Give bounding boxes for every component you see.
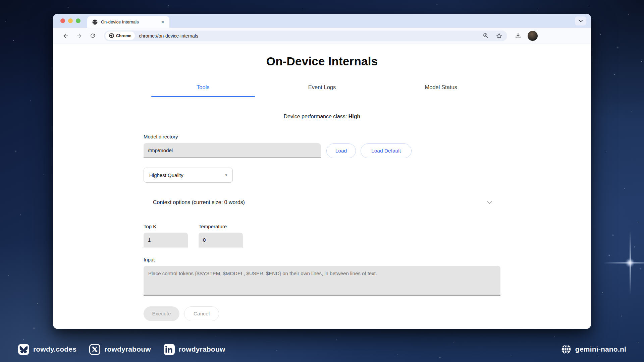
- tab-event-logs[interactable]: Event Logs: [263, 81, 382, 97]
- linkedin-label: rowdyrabouw: [179, 345, 225, 353]
- address-bar[interactable]: Chrome chrome://on-device-internals: [104, 31, 507, 41]
- page-title: On-Device Internals: [144, 55, 500, 68]
- browser-window: On-device Internals ✕: [53, 14, 591, 329]
- quality-select[interactable]: Highest Quality ▾: [144, 168, 233, 183]
- context-options-label: Context options (current size: 0 words): [153, 199, 245, 205]
- zoom-in-icon[interactable]: [483, 33, 489, 39]
- input-textarea[interactable]: [144, 266, 500, 296]
- top-k-input[interactable]: [144, 233, 188, 247]
- performance-class-value: High: [348, 114, 361, 119]
- site-link[interactable]: gemini-nano.nl: [561, 343, 626, 356]
- linkedin-icon: [164, 344, 175, 355]
- x-link[interactable]: rowdyrabouw: [89, 344, 151, 355]
- model-directory-input[interactable]: [144, 143, 321, 158]
- temperature-input[interactable]: [199, 233, 243, 247]
- site-label: gemini-nano.nl: [575, 345, 626, 353]
- execute-button[interactable]: Execute: [144, 306, 179, 321]
- bluesky-icon: [18, 344, 29, 355]
- page-tab-bar: Tools Event Logs Model Status: [144, 81, 500, 97]
- page-content: On-Device Internals Tools Event Logs Mod…: [53, 44, 591, 329]
- chrome-logo-icon: [109, 33, 114, 38]
- input-label: Input: [144, 257, 500, 262]
- profile-avatar[interactable]: [528, 31, 538, 41]
- minimize-window-button[interactable]: [68, 18, 73, 23]
- quality-select-value: Highest Quality: [149, 172, 183, 178]
- model-directory-label: Model directory: [144, 134, 500, 139]
- bluesky-link[interactable]: rowdy.codes: [18, 344, 76, 355]
- bookmark-star-icon[interactable]: [496, 33, 502, 39]
- context-options-expander[interactable]: Context options (current size: 0 words): [144, 197, 500, 208]
- linkedin-link[interactable]: rowdyrabouw: [164, 344, 225, 355]
- forward-button[interactable]: [74, 31, 85, 41]
- cancel-button[interactable]: Cancel: [184, 306, 219, 321]
- load-default-button[interactable]: Load Default: [361, 143, 412, 158]
- chip-label: Chrome: [116, 34, 131, 38]
- browser-toolbar: Chrome chrome://on-device-internals: [53, 28, 591, 44]
- bluesky-label: rowdy.codes: [33, 345, 76, 353]
- tab-strip: On-device Internals ✕: [53, 14, 591, 28]
- close-window-button[interactable]: [60, 18, 65, 23]
- tab-search-chevron-button[interactable]: [575, 16, 586, 25]
- back-button[interactable]: [60, 31, 71, 41]
- x-label: rowdyrabouw: [104, 345, 151, 353]
- window-controls: [60, 14, 80, 28]
- select-caret-icon: ▾: [225, 173, 227, 177]
- tab-title: On-device Internals: [101, 19, 160, 24]
- globe-icon: [561, 344, 572, 355]
- chrome-site-chip[interactable]: Chrome: [105, 32, 135, 40]
- url-text: chrome://on-device-internals: [139, 33, 483, 39]
- top-k-label: Top K: [144, 224, 188, 229]
- fullscreen-window-button[interactable]: [76, 18, 80, 23]
- reload-button[interactable]: [87, 31, 98, 41]
- temperature-label: Temperature: [199, 224, 243, 229]
- browser-tab[interactable]: On-device Internals ✕: [87, 16, 169, 28]
- tab-favicon-globe-icon: [92, 19, 98, 25]
- x-icon: [89, 344, 100, 355]
- starfield-soft: [0, 0, 1, 1]
- download-icon[interactable]: [515, 32, 522, 39]
- tab-tools[interactable]: Tools: [144, 81, 263, 97]
- footer-social-links: rowdy.codes rowdyrabouw rowdyrabouw: [18, 343, 225, 356]
- chevron-down-icon: [487, 201, 492, 204]
- tab-close-icon[interactable]: ✕: [160, 19, 165, 25]
- performance-class-line: Device performance class: High: [144, 114, 500, 120]
- tab-model-status[interactable]: Model Status: [381, 81, 500, 97]
- load-button[interactable]: Load: [326, 143, 356, 158]
